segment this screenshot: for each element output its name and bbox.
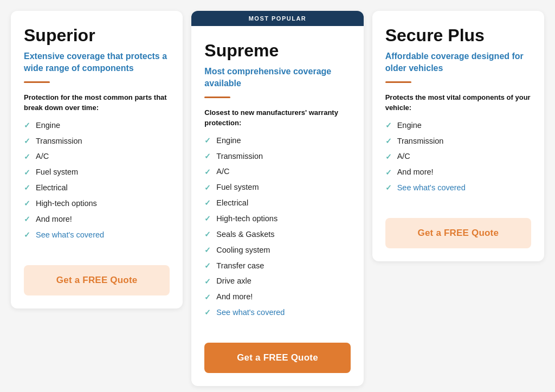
card-supreme: MOST POPULAR Supreme Most comprehensive … [191,11,363,386]
check-icon: ✓ [385,168,392,177]
list-item: ✓ And more! [24,214,170,224]
list-item: ✓ Engine [24,120,170,131]
list-item-label: High-tech options [216,214,278,224]
see-covered-link[interactable]: See what's covered [397,183,466,193]
list-item-label: Engine [36,120,60,131]
list-item-label: Engine [216,136,241,146]
most-popular-badge: MOST POPULAR [191,11,363,26]
check-icon: ✓ [204,307,211,317]
list-item: ✓ Seals & Gaskets [204,229,350,240]
protection-label: Protects the most vital components of yo… [385,93,531,112]
list-item-label: A/C [216,166,229,177]
list-item: ✓ Engine [204,136,350,146]
list-item: ✓ And more! [204,292,350,302]
list-item: ✓ Transmission [204,151,350,162]
list-item-label: Engine [397,120,422,131]
card-secure-plus: Secure Plus Affordable coverage designed… [372,11,544,261]
check-icon: ✓ [24,183,30,192]
checklist: ✓ Engine ✓ Transmission ✓ A/C ✓ Fuel sys… [204,136,350,323]
divider [385,81,411,83]
check-icon: ✓ [24,152,30,162]
list-item-label: High-tech options [36,198,97,209]
cta-button-supreme[interactable]: Get a FREE Quote [204,343,350,373]
check-icon: ✓ [204,198,211,208]
list-item-label: Fuel system [216,182,259,192]
check-icon: ✓ [204,277,211,286]
list-item-label: Electrical [36,183,68,193]
card-body: Superior Extensive coverage that protect… [11,11,183,256]
check-icon: ✓ [385,120,392,130]
check-icon: ✓ [204,245,211,255]
card-footer: Get a FREE Quote [11,256,183,309]
card-subtitle: Affordable coverage designed for older v… [385,50,531,74]
list-item-label: Fuel system [36,167,78,177]
card-body: Supreme Most comprehensive coverage avai… [191,26,363,334]
cta-button-secure-plus[interactable]: Get a FREE Quote [385,218,531,248]
protection-label: Closest to new manufacturers' warranty p… [204,108,350,127]
check-icon: ✓ [24,230,30,240]
list-item-label: Transfer case [216,261,264,271]
list-item: ✓ A/C [24,151,170,162]
checklist: ✓ Engine ✓ Transmission ✓ A/C ✓ And more… [385,120,531,198]
card-footer: Get a FREE Quote [191,334,363,386]
card-title: Secure Plus [385,26,531,45]
check-icon: ✓ [24,168,30,177]
check-icon: ✓ [24,214,30,224]
check-icon: ✓ [204,229,211,239]
list-item: ✓ High-tech options [204,214,350,224]
list-item: ✓ Engine [385,120,531,131]
list-item-label: And more! [216,292,253,302]
check-icon: ✓ [204,151,211,161]
check-icon: ✓ [204,214,211,223]
list-item: ✓ Electrical [204,198,350,208]
list-item: ✓ A/C [385,151,531,162]
list-item: ✓ And more! [385,167,531,177]
pricing-cards: Superior Extensive coverage that protect… [11,11,544,386]
divider [24,81,50,83]
card-title: Supreme [204,41,350,60]
check-icon: ✓ [204,183,211,192]
card-body: Secure Plus Affordable coverage designed… [372,11,544,209]
list-item-label: A/C [397,151,410,162]
list-item-label: Transmission [36,136,82,146]
list-item-label: Transmission [216,151,263,162]
list-item: ✓ Transmission [24,136,170,146]
list-item-label: Cooling system [216,245,270,255]
see-covered-link[interactable]: See what's covered [36,230,104,240]
list-item-label: Drive axle [216,276,251,286]
card-subtitle: Most comprehensive coverage available [204,66,350,89]
check-icon: ✓ [204,261,211,271]
list-item-label: And more! [397,167,434,177]
list-item: ✓ High-tech options [24,198,170,209]
card-footer: Get a FREE Quote [372,209,544,261]
list-item-label: And more! [36,214,72,224]
list-item-see-covered: ✓ See what's covered [24,230,170,240]
checklist: ✓ Engine ✓ Transmission ✓ A/C ✓ Fuel sys… [24,120,170,246]
list-item: ✓ A/C [204,166,350,177]
list-item-label: Seals & Gaskets [216,229,274,240]
list-item: ✓ Fuel system [24,167,170,177]
card-superior: Superior Extensive coverage that protect… [11,11,183,309]
check-icon: ✓ [204,167,211,177]
check-icon: ✓ [204,136,211,145]
check-icon: ✓ [385,136,392,146]
list-item: ✓ Transmission [385,136,531,146]
list-item-label: Electrical [216,198,248,208]
cta-button-superior[interactable]: Get a FREE Quote [24,265,170,295]
card-title: Superior [24,26,170,45]
list-item-label: Transmission [397,136,444,146]
check-icon: ✓ [24,136,30,146]
list-item: ✓ Fuel system [204,182,350,192]
list-item: ✓ Electrical [24,183,170,193]
check-icon: ✓ [24,120,30,130]
card-subtitle: Extensive coverage that protects a wide … [24,50,170,74]
list-item: ✓ Drive axle [204,276,350,286]
see-covered-link[interactable]: See what's covered [216,307,285,318]
list-item-see-covered: ✓ See what's covered [204,307,350,318]
list-item: ✓ Cooling system [204,245,350,255]
list-item-see-covered: ✓ See what's covered [385,183,531,193]
list-item: ✓ Transfer case [204,261,350,271]
check-icon: ✓ [204,292,211,302]
divider [204,97,230,98]
check-icon: ✓ [24,198,30,208]
